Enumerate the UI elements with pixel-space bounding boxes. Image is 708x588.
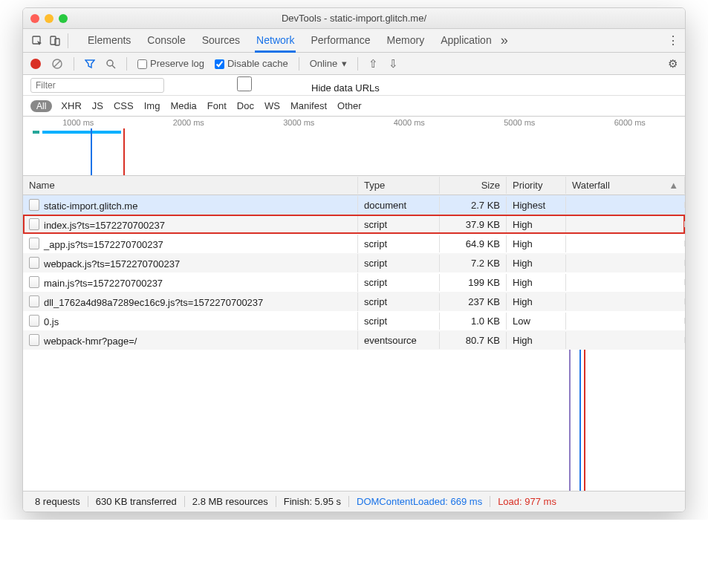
table-row[interactable]: _app.js?ts=1572270700237script64.9 KBHig…: [23, 234, 685, 253]
waterfall-guideline: [584, 350, 585, 491]
type-filter-css[interactable]: CSS: [114, 100, 134, 111]
request-name: main.js?ts=1572270700237: [44, 278, 163, 289]
type-filter-font[interactable]: Font: [207, 100, 227, 111]
clear-icon[interactable]: [51, 58, 63, 70]
request-table: static-import.glitch.medocument2.7 KBHig…: [23, 195, 685, 350]
request-priority: High: [507, 274, 566, 291]
col-header-name[interactable]: Name: [23, 177, 358, 194]
throttle-value: Online: [310, 58, 338, 69]
type-filter-js[interactable]: JS: [92, 100, 103, 111]
type-filter-xhr[interactable]: XHR: [61, 100, 81, 111]
table-row[interactable]: main.js?ts=1572270700237script199 KBHigh: [23, 272, 685, 292]
file-icon: [29, 278, 44, 289]
separator: [299, 57, 299, 71]
request-size: 37.9 KB: [440, 216, 507, 233]
tab-memory[interactable]: Memory: [386, 30, 426, 52]
table-row[interactable]: webpack-hmr?page=/eventsource80.7 KBHigh: [23, 330, 685, 350]
overview-timeline[interactable]: 1000 ms2000 ms3000 ms4000 ms5000 ms6000 …: [23, 117, 685, 176]
tab-network[interactable]: Network: [255, 30, 296, 53]
col-header-priority[interactable]: Priority: [507, 177, 566, 194]
disable-cache-label: Disable cache: [227, 58, 288, 69]
timeline-tick: 6000 ms: [575, 118, 686, 127]
request-type: script: [358, 274, 440, 291]
table-empty-area: [23, 350, 685, 491]
separator: [74, 57, 74, 71]
request-type: eventsource: [358, 332, 440, 349]
file-icon: [29, 239, 44, 250]
more-panels-icon[interactable]: »: [501, 33, 508, 48]
tab-application[interactable]: Application: [439, 30, 493, 52]
request-type: script: [358, 216, 440, 233]
file-icon: [29, 220, 44, 231]
request-name: dll_1762a4d98a7289ec16c9.js?ts=157227070…: [44, 297, 263, 308]
upload-har-icon[interactable]: ⇧: [368, 57, 378, 71]
col-header-size[interactable]: Size: [440, 177, 507, 194]
table-row[interactable]: index.js?ts=1572270700237script37.9 KBHi…: [23, 215, 685, 234]
request-priority: High: [507, 332, 566, 349]
file-icon: [29, 316, 44, 327]
svg-point-4: [107, 60, 113, 66]
type-filter-all[interactable]: All: [30, 100, 52, 112]
separator: [68, 33, 68, 48]
table-row[interactable]: webpack.js?ts=1572270700237script7.2 KBH…: [23, 253, 685, 272]
inspect-icon[interactable]: [29, 33, 45, 49]
window-controls: [30, 14, 68, 23]
request-size: 80.7 KB: [440, 332, 507, 349]
kebab-menu-icon[interactable]: ⋮: [667, 33, 679, 48]
request-size: 237 KB: [440, 293, 507, 310]
tab-performance[interactable]: Performance: [309, 30, 371, 52]
request-name: webpack.js?ts=1572270700237: [44, 258, 180, 270]
record-button[interactable]: [30, 59, 41, 69]
request-type: script: [358, 313, 440, 330]
filter-input[interactable]: [30, 78, 164, 93]
status-requests: 8 requests: [27, 496, 88, 507]
request-size: 1.0 KB: [440, 313, 507, 330]
hide-data-urls-toggle[interactable]: Hide data URLs: [178, 76, 380, 94]
file-icon: [29, 336, 44, 347]
waterfall-guideline: [579, 350, 581, 491]
table-row[interactable]: static-import.glitch.medocument2.7 KBHig…: [23, 195, 685, 215]
waterfall-guideline: [569, 350, 571, 491]
table-row[interactable]: 0.jsscript1.0 KBLow: [23, 311, 685, 330]
status-domcontentloaded: DOMContentLoaded: 669 ms: [349, 496, 490, 507]
type-filter-ws[interactable]: WS: [264, 100, 280, 111]
table-header: Name Type Size Priority Waterfall ▲: [23, 176, 685, 195]
close-icon[interactable]: [30, 14, 39, 23]
type-filter-media[interactable]: Media: [170, 100, 196, 111]
throttle-select[interactable]: Online ▾: [310, 58, 348, 69]
tab-elements[interactable]: Elements: [86, 30, 132, 52]
timeline-tick: 5000 ms: [464, 118, 575, 127]
request-size: 2.7 KB: [440, 197, 507, 214]
minimize-icon[interactable]: [45, 14, 53, 23]
col-header-type[interactable]: Type: [358, 177, 440, 194]
request-name: 0.js: [44, 316, 59, 327]
download-har-icon[interactable]: ⇩: [389, 57, 398, 71]
table-row[interactable]: dll_1762a4d98a7289ec16c9.js?ts=157227070…: [23, 292, 685, 311]
device-icon[interactable]: [47, 33, 63, 49]
col-header-waterfall[interactable]: Waterfall ▲: [566, 177, 685, 194]
disable-cache-toggle[interactable]: Disable cache: [215, 58, 288, 69]
hide-data-urls-label: Hide data URLs: [311, 82, 380, 94]
titlebar: DevTools - static-import.glitch.me/: [23, 8, 685, 29]
filter-icon[interactable]: [85, 59, 95, 69]
file-icon: [29, 200, 44, 212]
panel-tabs: ElementsConsoleSourcesNetworkPerformance…: [86, 30, 493, 52]
timeline-tick: 2000 ms: [134, 118, 244, 127]
tab-sources[interactable]: Sources: [201, 30, 241, 52]
request-priority: High: [507, 216, 566, 233]
request-size: 7.2 KB: [440, 255, 507, 272]
preserve-log-toggle[interactable]: Preserve log: [137, 58, 204, 69]
request-type: script: [358, 293, 440, 310]
request-name: _app.js?ts=1572270700237: [44, 239, 163, 250]
settings-icon[interactable]: ⚙: [668, 57, 678, 71]
search-icon[interactable]: [105, 59, 116, 69]
type-filter-img[interactable]: Img: [144, 100, 160, 111]
type-filter-manifest[interactable]: Manifest: [290, 100, 327, 111]
type-filter-other[interactable]: Other: [337, 100, 362, 111]
timeline-tick: 4000 ms: [354, 118, 465, 127]
type-filter-doc[interactable]: Doc: [237, 100, 254, 111]
zoom-icon[interactable]: [59, 14, 68, 23]
tab-console[interactable]: Console: [146, 30, 186, 52]
preserve-log-label: Preserve log: [150, 58, 204, 69]
request-priority: Low: [507, 313, 566, 330]
